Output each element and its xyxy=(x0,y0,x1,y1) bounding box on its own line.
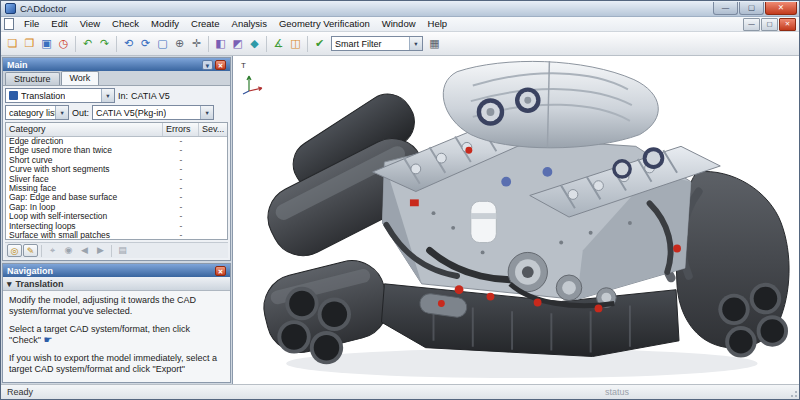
table-row[interactable]: Loop with self-intersection- xyxy=(6,212,227,221)
next-error-button[interactable]: ▶ xyxy=(93,244,108,257)
minimize-button[interactable]: — xyxy=(713,2,738,15)
table-row[interactable]: Sliver face- xyxy=(6,175,227,184)
redo-icon[interactable]: ↷ xyxy=(96,35,113,52)
translation-value: Translation xyxy=(21,91,65,101)
table-row[interactable]: Missing face- xyxy=(6,184,227,193)
prev-error-button[interactable]: ◀ xyxy=(77,244,92,257)
column-category[interactable]: Category xyxy=(6,123,163,136)
severity-cell xyxy=(199,212,227,221)
export-shortcut-icon[interactable]: ▤ xyxy=(20,381,29,382)
chevron-down-icon[interactable]: ▾ xyxy=(55,106,68,119)
history-icon[interactable]: ◷ xyxy=(55,35,72,52)
save-file-icon[interactable]: ▣ xyxy=(38,35,55,52)
menu-help[interactable]: Help xyxy=(422,17,454,31)
table-row[interactable]: Gap: In loop- xyxy=(6,203,227,212)
orientation-triad: T xyxy=(241,61,265,95)
edit-check-button[interactable]: ✎ xyxy=(23,244,38,257)
menu-edit[interactable]: Edit xyxy=(45,17,73,31)
table-row[interactable]: Intersecting loops- xyxy=(6,222,227,231)
undo-icon[interactable]: ↶ xyxy=(79,35,96,52)
menu-file[interactable]: File xyxy=(18,17,45,31)
main-panel: Main ▾ ✕ Structure Work Translation xyxy=(2,57,231,261)
report-button[interactable]: ▤ xyxy=(115,244,130,257)
menu-view[interactable]: View xyxy=(74,17,106,31)
smart-filter-combobox[interactable]: Smart Filter ▾ xyxy=(331,36,423,51)
toolbar-separator xyxy=(208,36,209,52)
document-icon xyxy=(4,18,14,30)
chevron-down-icon[interactable]: ▾ xyxy=(409,37,422,50)
pan-view-icon[interactable]: ✛ xyxy=(188,35,205,52)
model-viewport[interactable]: T xyxy=(233,56,799,384)
errors-cell: - xyxy=(163,165,199,174)
severity-cell xyxy=(199,222,227,231)
menu-check[interactable]: Check xyxy=(106,17,145,31)
check-button[interactable]: ◎ xyxy=(7,244,22,257)
toolbar: ❏ ❐ ▣ ◷ ↶ ↷ ⟲ ⟳ ▢ ⊕ ✛ ◧ ◩ ◆ ∡ ◫ ✔ Smart … xyxy=(1,32,799,56)
rotate-left-icon[interactable]: ⟲ xyxy=(120,35,137,52)
errors-cell: - xyxy=(163,212,199,221)
export-shortcut-icon[interactable]: ⇩ xyxy=(9,381,17,382)
app-window: CADdoctor — ▢ ✕ File Edit View Check Mod… xyxy=(0,0,800,400)
check-model-icon[interactable]: ✔ xyxy=(311,35,328,52)
column-severity[interactable]: Sev... xyxy=(199,123,227,136)
table-row[interactable]: Gap: Edge and base surface- xyxy=(6,193,227,202)
table-row[interactable]: Surface with small patches- xyxy=(6,231,227,240)
pin-result-button[interactable]: ⌖ xyxy=(45,244,60,257)
panel-menu-icon[interactable]: ▾ xyxy=(202,60,213,70)
menu-analysis[interactable]: Analysis xyxy=(226,17,273,31)
column-errors[interactable]: Errors xyxy=(163,123,199,136)
shaded-view-icon[interactable]: ◆ xyxy=(246,35,263,52)
front-view-icon[interactable]: ◧ xyxy=(212,35,229,52)
new-file-icon[interactable]: ❏ xyxy=(4,35,21,52)
translation-icon xyxy=(9,91,18,100)
table-row[interactable]: Curve with short segments- xyxy=(6,165,227,174)
maximize-button[interactable]: ▢ xyxy=(739,2,764,15)
tab-work[interactable]: Work xyxy=(61,71,100,85)
window-title: CADdoctor xyxy=(20,3,66,14)
open-file-icon[interactable]: ❐ xyxy=(21,35,38,52)
table-row[interactable]: Edge used more than twice- xyxy=(6,146,227,155)
toolbar-separator xyxy=(75,36,76,52)
menu-create[interactable]: Create xyxy=(185,17,226,31)
table-row[interactable]: Edge direction- xyxy=(6,137,227,146)
navigation-panel-header[interactable]: Navigation ✕ xyxy=(3,264,230,277)
statusbar: Ready status xyxy=(1,384,799,399)
category-list-combobox[interactable]: category list ▾ xyxy=(5,105,69,120)
measure-icon[interactable]: ∡ xyxy=(270,35,287,52)
mdi-minimize-button[interactable]: — xyxy=(743,18,760,31)
menu-modify[interactable]: Modify xyxy=(145,17,185,31)
status-text: status xyxy=(605,387,629,397)
mdi-restore-button[interactable]: ▢ xyxy=(761,18,778,31)
panel-close-icon[interactable]: ✕ xyxy=(215,60,226,70)
category-cell: Missing face xyxy=(6,184,163,193)
out-label: Out: xyxy=(72,108,89,118)
chevron-down-icon[interactable]: ▾ xyxy=(101,89,114,102)
menu-geometry-verification[interactable]: Geometry Verification xyxy=(273,17,376,31)
category-cell: Surface with small patches xyxy=(6,231,163,240)
resize-grip[interactable] xyxy=(787,387,797,397)
chevron-down-icon[interactable]: ▾ xyxy=(200,106,213,119)
section-title: Translation xyxy=(16,279,64,289)
rotate-right-icon[interactable]: ⟳ xyxy=(137,35,154,52)
close-button[interactable]: ✕ xyxy=(765,2,797,15)
mdi-close-button[interactable]: ✕ xyxy=(779,18,796,31)
main-panel-header[interactable]: Main ▾ ✕ xyxy=(3,58,230,71)
collapse-icon[interactable]: ▾ xyxy=(7,279,12,289)
out-format-combobox[interactable]: CATIA V5(Pkg-in) ▾ xyxy=(92,105,214,120)
fit-view-icon[interactable]: ▢ xyxy=(154,35,171,52)
tab-structure[interactable]: Structure xyxy=(5,72,60,85)
zoom-in-icon[interactable]: ⊕ xyxy=(171,35,188,52)
panel-close-icon[interactable]: ✕ xyxy=(215,266,226,276)
in-value: CATIA V5 xyxy=(131,91,170,101)
apply-filter-icon[interactable]: ▦ xyxy=(426,35,443,52)
iso-view-icon[interactable]: ◩ xyxy=(229,35,246,52)
table-row[interactable]: Short curve- xyxy=(6,156,227,165)
smart-filter-value: Smart Filter xyxy=(335,39,382,49)
severity-cell xyxy=(199,203,227,212)
translation-section-header[interactable]: ▾ Translation xyxy=(3,277,230,291)
menu-window[interactable]: Window xyxy=(376,17,422,31)
table-header: Category Errors Sev... xyxy=(6,123,227,137)
translation-combobox[interactable]: Translation ▾ xyxy=(5,88,115,103)
section-view-icon[interactable]: ◫ xyxy=(287,35,304,52)
show-result-button[interactable]: ◉ xyxy=(61,244,76,257)
